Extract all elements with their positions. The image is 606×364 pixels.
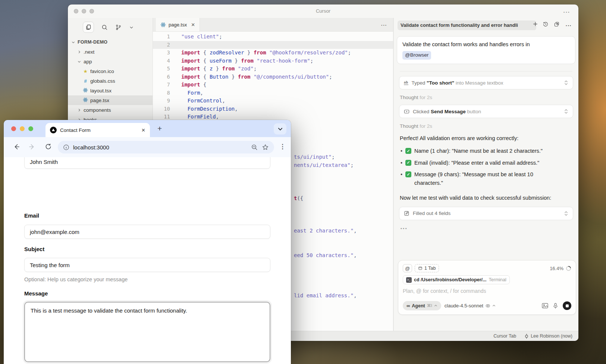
user-presence[interactable]: Lee Robinson (now) <box>524 333 572 339</box>
browser-menu-icon[interactable]: ⋮ <box>279 143 286 151</box>
image-icon[interactable] <box>542 303 548 308</box>
cursor-tab-status[interactable]: Cursor Tab <box>493 333 516 339</box>
bookmark-star-icon[interactable] <box>262 144 269 151</box>
message-textarea[interactable]: This is a test message to validate the c… <box>24 302 270 362</box>
code-line-8[interactable]: 8 Form, <box>153 89 393 97</box>
files-icon[interactable] <box>83 22 94 33</box>
forward-button[interactable] <box>28 143 36 151</box>
action-typed-card[interactable]: ab Typed "Too short" into Message textbo… <box>399 76 573 89</box>
code-line-7[interactable]: 7import { <box>153 81 393 89</box>
line-number: 9 <box>153 97 170 105</box>
code-line-4[interactable]: 4import { useForm } from "react-hook-for… <box>153 57 393 65</box>
terminal-command: cd /Users/lrobinson/Developer/... <box>414 277 487 282</box>
agent-mode-selector[interactable]: ∞ Agent ⌘I <box>403 301 441 310</box>
desktop-wallpaper: Cursor ... <box>0 0 606 364</box>
code-fragment: lid email address.", <box>294 292 357 300</box>
action-filled-card[interactable]: Filled out 4 fields <box>399 207 573 220</box>
address-bar[interactable]: localhost:3000 <box>58 141 274 153</box>
chevron-up-icon <box>492 304 496 307</box>
composer-input[interactable]: Plan, @ for context, / for commands <box>403 288 571 294</box>
site-info-icon[interactable] <box>63 144 69 151</box>
model-selector[interactable]: claude-4.5-sonnet <box>445 303 496 308</box>
action-target: Send Message <box>431 109 466 114</box>
tree-item-globals-css[interactable]: #globals.css <box>68 76 153 86</box>
subject-field[interactable]: Testing the form <box>24 258 270 272</box>
validation-bullet: •✓Name (1 char): "Name must be at least … <box>401 147 572 155</box>
tree-item-label: favicon.ico <box>90 69 114 74</box>
code-line-6[interactable]: 6import { Button } from "@/components/ui… <box>153 73 393 81</box>
code-line-1[interactable]: 1"use client"; <box>153 33 393 41</box>
email-field[interactable]: john@example.com <box>24 225 270 239</box>
new-tab-button[interactable]: + <box>157 124 162 133</box>
tree-item-layout-tsx[interactable]: layout.tsx <box>68 86 153 95</box>
minimize-window-button[interactable] <box>20 126 25 131</box>
user-message[interactable]: Validate the contact form works and hand… <box>397 36 575 64</box>
back-button[interactable] <box>13 143 20 151</box>
url-text[interactable]: localhost:3000 <box>73 144 247 151</box>
tree-item-favicon-ico[interactable]: ★favicon.ico <box>68 66 153 76</box>
close-window-button[interactable] <box>11 126 16 131</box>
check-icon: ✓ <box>405 171 411 177</box>
code-line-2[interactable]: 2 <box>153 41 393 49</box>
window-overflow-menu[interactable]: ... <box>563 7 570 14</box>
action-detail: button <box>466 109 481 114</box>
browser-tabstrip[interactable]: Contact Form ✕ + <box>4 120 291 137</box>
stop-button[interactable] <box>563 301 571 310</box>
chat-tab-title[interactable]: Validate contact form functionality and … <box>398 20 536 30</box>
tab-search-chevron[interactable] <box>274 123 286 134</box>
subject-input[interactable]: Testing the form <box>24 258 270 272</box>
history-icon[interactable] <box>543 21 549 27</box>
validation-bullet: •✓Message (9 chars): "Message must be at… <box>401 170 572 187</box>
code-line-10[interactable]: 10 FormDescription, <box>153 105 393 113</box>
add-context-button[interactable]: @ <box>403 264 412 272</box>
open-in-new-window-icon[interactable] <box>554 21 560 27</box>
expand-collapse-icon[interactable] <box>564 109 568 114</box>
context-usage[interactable]: 16.4% <box>550 266 571 271</box>
expand-collapse-icon[interactable] <box>564 211 568 216</box>
close-tab-icon[interactable]: ✕ <box>141 127 145 133</box>
line-number: 5 <box>153 65 170 73</box>
reload-button[interactable] <box>45 143 52 150</box>
chevron-down-icon[interactable] <box>129 25 134 30</box>
presence-pin-icon <box>524 333 529 339</box>
tree-item-label: app <box>84 59 92 64</box>
code-line-3[interactable]: 3import { zodResolver } from "@hookform/… <box>153 49 393 57</box>
name-field[interactable]: John Smith <box>24 157 270 169</box>
terminal-context-chip[interactable]: >_ cd /Users/lrobinson/Developer/... Ter… <box>403 275 510 284</box>
email-input[interactable]: john@example.com <box>24 225 270 239</box>
zoom-out-icon[interactable] <box>251 144 258 151</box>
chat-composer[interactable]: @ 1 Tab 16.4% >_ cd /Users/lrobinson/Dev… <box>398 260 576 315</box>
microphone-icon[interactable] <box>553 303 558 309</box>
react-icon <box>83 88 88 94</box>
tree-root-form-demo[interactable]: FORM-DEMO <box>68 37 153 47</box>
action-verb: Clicked <box>413 109 431 114</box>
name-input[interactable]: John Smith <box>24 157 270 169</box>
expand-collapse-icon[interactable] <box>564 80 568 85</box>
subject-label: Subject <box>24 246 270 252</box>
browser-tab-context-chip[interactable]: 1 Tab <box>415 264 439 272</box>
assistant-followup: Now let me test with valid data to check… <box>400 194 556 202</box>
tree-item-components[interactable]: components <box>68 105 153 115</box>
action-clicked-card[interactable]: Clicked Send Message button <box>399 105 573 118</box>
cursor-titlebar[interactable]: Cursor ... <box>68 4 578 18</box>
check-icon: ✓ <box>405 160 411 166</box>
close-tab-icon[interactable]: ✕ <box>191 22 195 28</box>
code-line-9[interactable]: 9 FormControl, <box>153 97 393 105</box>
editor-more-actions[interactable]: ... <box>381 21 387 27</box>
edit-form-icon <box>404 211 409 216</box>
zoom-window-button[interactable] <box>28 126 33 131</box>
tree-item-app[interactable]: app <box>68 57 153 66</box>
line-number: 10 <box>153 105 170 113</box>
tree-item-page-tsx[interactable]: page.tsx <box>68 95 153 105</box>
browser-mention-chip[interactable]: @Browser <box>402 51 431 60</box>
search-icon[interactable] <box>101 24 108 31</box>
new-chat-icon[interactable] <box>533 21 538 27</box>
browser-tab[interactable]: Contact Form ✕ <box>45 123 150 137</box>
chat-more-icon[interactable]: ... <box>566 21 572 27</box>
tab-page-tsx[interactable]: page.tsx ✕ <box>156 18 200 31</box>
code-line-5[interactable]: 5import { z } from "zod"; <box>153 65 393 73</box>
code-text: import { z } from "zod"; <box>170 65 257 73</box>
tree-item--next[interactable]: .next <box>68 47 153 57</box>
bullet-text: Name (1 char): "Name must be at least 2 … <box>414 147 543 155</box>
source-control-icon[interactable] <box>115 24 122 31</box>
